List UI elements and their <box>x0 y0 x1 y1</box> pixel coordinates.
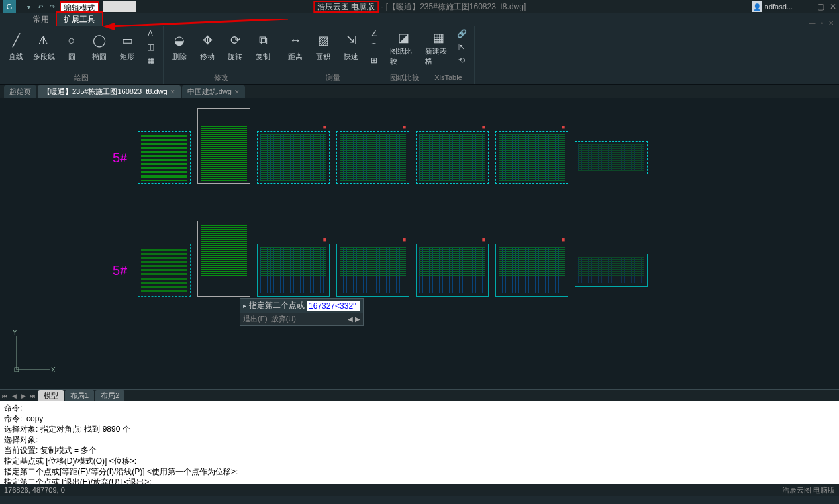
layout-nav-next-icon[interactable]: ▶ <box>19 391 28 401</box>
dwg-block[interactable]: ■ <box>495 131 568 184</box>
dwg-block[interactable]: ■ <box>336 131 409 184</box>
dwg-block[interactable] <box>138 244 191 297</box>
dyn-prompt: 指定第二个点或 <box>249 300 305 311</box>
mdi-minimize-icon[interactable]: — <box>809 19 815 26</box>
doc-tab-other[interactable]: 中国建筑.dwg✕ <box>182 85 245 98</box>
doc-tab-start[interactable]: 起始页 <box>4 85 36 98</box>
rectangle-icon: ▭ <box>117 30 137 50</box>
tool-rectangle[interactable]: ▭矩形 <box>114 28 140 66</box>
layout-nav-first-icon[interactable]: ⏮ <box>0 391 9 401</box>
undo-icon[interactable]: ↶ <box>36 2 45 11</box>
layout-tab-layout2[interactable]: 布局2 <box>95 390 124 401</box>
dwg-block[interactable] <box>575 141 648 174</box>
tool-polyline[interactable]: ⩚多段线 <box>30 28 57 66</box>
layout-nav-last-icon[interactable]: ⏭ <box>28 391 37 401</box>
redo-icon[interactable]: ↷ <box>48 2 57 11</box>
layout-tab-layout1[interactable]: 布局1 <box>65 390 94 401</box>
dyn-nav-arrows[interactable]: ◀ ▶ <box>348 315 360 323</box>
tool-copy[interactable]: ⧉复制 <box>250 28 276 66</box>
polyline-icon: ⩚ <box>34 30 54 50</box>
dwg-block[interactable]: ■ <box>495 244 568 297</box>
tool-dwg-compare[interactable]: ◪图纸比较 <box>390 28 417 66</box>
draw-extra-stack: A ◫ ▦ <box>142 28 160 66</box>
insert-icon[interactable]: ◫ <box>142 41 159 53</box>
xls-update-icon[interactable]: ⟲ <box>453 54 470 66</box>
tab-common[interactable]: 常用 <box>26 13 56 26</box>
minimize-icon[interactable]: — <box>804 2 812 11</box>
status-bar: 176826, 487709, 0 浩辰云图 电脑版 <box>0 484 839 496</box>
group-label-modify: 修改 <box>166 72 276 83</box>
close-tab-icon[interactable]: ✕ <box>170 89 175 95</box>
user-account[interactable]: 👤 adfasd... <box>752 1 793 12</box>
cmd-line: 当前设置: 复制模式 = 多个 <box>4 445 835 456</box>
dyn-opt-abandon[interactable]: 放弃(U) <box>271 314 296 324</box>
tool-line[interactable]: ╱直线 <box>3 28 29 66</box>
cmd-line: 指定第二个点或 [退出(E)/放弃(U)] <退出>: <box>4 477 835 484</box>
tool-erase[interactable]: ◒删除 <box>166 28 193 66</box>
user-name: adfasd... <box>765 3 793 11</box>
tool-rotate[interactable]: ⟳旋转 <box>222 28 248 66</box>
drawing-row-top: 5# ■ ■ ■ ■ <box>113 131 648 184</box>
cmd-line: 命令: <box>4 403 835 413</box>
drawing-canvas[interactable]: 5# ■ ■ ■ ■ 5# ■ ■ ■ ■ ▸ 指定第二个点或 退出(E) 放弃… <box>0 98 839 389</box>
ribbon-tabs: 常用 扩展工具 — ▫ ✕ <box>0 13 839 26</box>
layout-tab-model[interactable]: 模型 <box>38 390 64 401</box>
tool-area[interactable]: ▨面积 <box>310 28 336 66</box>
ellipse-icon: ◯ <box>89 30 109 50</box>
qat-dropdown-icon[interactable]: ▾ <box>24 2 33 11</box>
cmd-line: 选择对象: 指定对角点: 找到 9890 个 <box>4 424 835 434</box>
quick-icon: ⇲ <box>341 30 361 50</box>
xls-export-icon[interactable]: ⇱ <box>453 41 470 53</box>
tool-new-table[interactable]: ▦新建表格 <box>425 28 452 66</box>
mdi-restore-icon[interactable]: ▫ <box>820 19 823 26</box>
xls-link-icon[interactable]: 🔗 <box>453 28 470 40</box>
maximize-icon[interactable]: ▢ <box>817 2 824 11</box>
dwg-block[interactable]: ■ <box>257 131 330 184</box>
layout-nav-prev-icon[interactable]: ◀ <box>9 391 19 401</box>
row-label: 5# <box>113 263 127 278</box>
dyn-value-input[interactable] <box>307 301 360 311</box>
distance-icon: ↔ <box>285 30 305 50</box>
tool-quick[interactable]: ⇲快速 <box>338 28 364 66</box>
ribbon-group-measure: ↔距离 ▨面积 ⇲快速 ∠ ⌒ ⊞ 测量 <box>279 26 387 84</box>
dynamic-input: ▸ 指定第二个点或 退出(E) 放弃(U) ◀ ▶ <box>240 298 364 326</box>
dwg-block[interactable]: ■ <box>336 244 409 297</box>
app-logo[interactable]: G <box>3 0 16 13</box>
area-icon: ▨ <box>313 30 333 50</box>
tool-distance[interactable]: ↔距离 <box>282 28 309 66</box>
dwg-block[interactable] <box>197 108 250 184</box>
drawing-row-bottom: 5# ■ ■ ■ ■ <box>113 244 648 297</box>
dwg-block[interactable]: ■ <box>416 131 489 184</box>
id-icon[interactable]: ⊞ <box>366 54 383 66</box>
copy-icon: ⧉ <box>253 30 273 50</box>
mode-label[interactable]: 编辑模式 <box>60 1 99 12</box>
ribbon-group-modify: ◒删除 ✥移动 ⟳旋转 ⧉复制 修改 <box>164 26 279 84</box>
doc-tab-active[interactable]: 【暖通】235#栋施工图160823_t8.dwg✕ <box>38 85 181 98</box>
dyn-opt-exit[interactable]: 退出(E) <box>243 314 268 324</box>
text-icon[interactable]: A <box>142 28 159 40</box>
tool-ellipse[interactable]: ◯椭圆 <box>86 28 113 66</box>
tool-move[interactable]: ✥移动 <box>194 28 221 66</box>
mode-input[interactable] <box>103 1 136 12</box>
hatch-icon[interactable]: ▦ <box>142 54 159 66</box>
ribbon: ╱直线 ⩚多段线 ○圆 ◯椭圆 ▭矩形 A ◫ ▦ 绘图 ◒删除 ✥移动 ⟳旋转… <box>0 26 839 85</box>
close-tab-icon[interactable]: ✕ <box>234 89 240 95</box>
angle-icon[interactable]: ∠ <box>366 28 383 40</box>
dwg-block[interactable] <box>575 254 648 287</box>
arc-icon[interactable]: ⌒ <box>366 41 383 53</box>
dwg-block[interactable] <box>138 131 191 184</box>
mdi-close-icon[interactable]: ✕ <box>828 19 834 26</box>
line-icon: ╱ <box>6 30 26 50</box>
dwg-block[interactable] <box>197 221 250 297</box>
xls-extra-stack: 🔗 ⇱ ⟲ <box>453 28 471 66</box>
command-window[interactable]: 命令: 命令:_copy 选择对象: 指定对角点: 找到 9890 个 选择对象… <box>0 401 839 484</box>
tool-circle[interactable]: ○圆 <box>58 28 85 66</box>
dwg-block[interactable]: ■ <box>257 244 330 297</box>
close-icon[interactable]: ✕ <box>830 2 836 11</box>
ribbon-group-draw: ╱直线 ⩚多段线 ○圆 ◯椭圆 ▭矩形 A ◫ ▦ 绘图 <box>0 26 164 84</box>
quick-access-toolbar: ▾ ↶ ↷ 编辑模式 <box>24 1 136 12</box>
tab-extend-tools[interactable]: 扩展工具 <box>56 11 103 26</box>
title-bar: G ▾ ↶ ↷ 编辑模式 浩辰云图 电脑版 - [【暖通】235#栋施工图160… <box>0 0 839 13</box>
dwg-block[interactable]: ■ <box>416 244 489 297</box>
mdi-window-controls: — ▫ ✕ <box>809 19 834 26</box>
